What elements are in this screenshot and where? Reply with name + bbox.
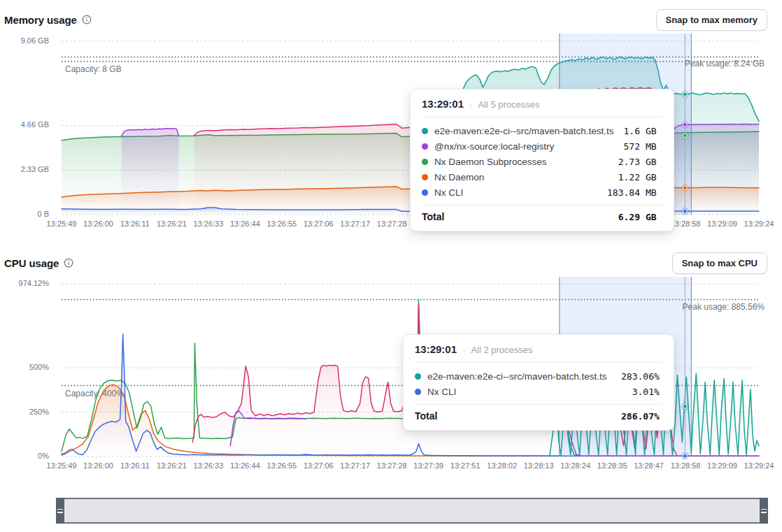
snap-to-max-memory-button[interactable]: Snap to max memory xyxy=(656,9,768,31)
tooltip-row: Nx CLI3.01% xyxy=(415,384,662,399)
y-tick-label: 0% xyxy=(38,452,49,460)
x-tick-label: 13:26:44 xyxy=(230,220,260,228)
x-tick-label: 13:27:17 xyxy=(340,461,370,470)
process-value: 1.6 xyxy=(624,126,640,136)
tooltip-total-label: Total xyxy=(422,211,618,222)
y-tick-label: 500% xyxy=(29,363,49,371)
grip-icon xyxy=(57,509,63,513)
x-tick-label: 13:25:49 xyxy=(47,220,77,228)
tooltip-total-row: Total 6.29 GB xyxy=(422,205,662,222)
process-color-dot xyxy=(422,189,428,196)
x-tick-label: 13:26:00 xyxy=(83,461,113,470)
x-tick-label: 13:27:06 xyxy=(304,220,334,228)
y-tick-label: 974.12% xyxy=(19,279,49,287)
tooltip-total-unit: GB xyxy=(646,212,662,222)
process-color-dot xyxy=(422,174,428,180)
cpu-capacity-label: Capacity: 400% xyxy=(65,389,124,398)
process-color-dot xyxy=(415,373,421,380)
process-value: 283.06 xyxy=(621,371,654,382)
tooltip-separator: · xyxy=(462,345,465,355)
process-name: Nx Daemon Subprocesses xyxy=(434,157,618,167)
tooltip-total-label: Total xyxy=(415,410,621,422)
cpu-peak-label: Peak usage: 885.56% xyxy=(683,302,765,312)
x-tick-label: 13:27:28 xyxy=(377,461,407,470)
cpu-tooltip: 13:29:01 · All 2 processes e2e-maven:e2e… xyxy=(403,334,674,431)
cpu-title: CPU usage xyxy=(4,257,59,269)
process-unit: % xyxy=(654,387,662,397)
process-name: e2e-maven:e2e-ci--src/maven-batch.test.t… xyxy=(434,126,624,136)
x-tick-label: 13:27:39 xyxy=(413,461,443,470)
process-color-dot xyxy=(422,128,428,134)
x-tick-label: 13:29:09 xyxy=(707,461,737,470)
memory-title: Memory usage xyxy=(4,14,77,26)
process-name: Nx Daemon xyxy=(434,172,618,182)
hover-dot xyxy=(683,122,687,127)
x-tick-label: 13:28:35 xyxy=(597,461,627,470)
tooltip-row: @nx/nx-source:local-registry572MB xyxy=(422,138,662,154)
hover-dot xyxy=(683,454,687,458)
info-icon[interactable] xyxy=(64,258,73,268)
x-tick-label: 13:29:09 xyxy=(707,220,737,228)
y-tick-label: 0 B xyxy=(37,210,49,218)
timeline-brush-scrollbar[interactable] xyxy=(56,498,768,524)
memory-tooltip: 13:29:01 · All 5 processes e2e-maven:e2e… xyxy=(410,89,674,231)
info-icon[interactable] xyxy=(82,15,92,24)
snap-to-max-cpu-button[interactable]: Snap to max CPU xyxy=(672,252,767,274)
x-tick-label: 13:26:33 xyxy=(193,220,223,228)
x-tick-label: 13:28:47 xyxy=(634,461,664,470)
memory-peak-label: Peak usage: 8.24 GB xyxy=(685,59,765,69)
x-tick-label: 13:27:17 xyxy=(340,220,370,228)
tooltip-separator: · xyxy=(469,99,472,110)
hover-dot xyxy=(683,186,687,190)
x-tick-label: 13:28:02 xyxy=(487,461,517,470)
process-value: 2.73 xyxy=(618,157,640,167)
memory-capacity-label: Capacity: 8 GB xyxy=(65,64,122,74)
process-unit: GB xyxy=(646,172,662,182)
process-name: @nx/nx-source:local-registry xyxy=(434,141,624,152)
x-tick-label: 13:26:44 xyxy=(230,461,260,470)
memory-y-axis: 9.06 GB4.66 GB2.33 GB0 B xyxy=(0,34,55,215)
hover-dot xyxy=(683,209,687,213)
cpu-section-header: CPU usage Snap to max CPU xyxy=(4,252,767,274)
process-color-dot xyxy=(422,159,428,165)
tooltip-row: e2e-maven:e2e-ci--src/maven-batch.test.t… xyxy=(422,123,662,138)
hover-dot xyxy=(683,404,687,408)
process-value: 1.22 xyxy=(618,172,640,182)
tooltip-total-value: 286.07 xyxy=(621,411,654,422)
process-value: 183.84 xyxy=(607,187,640,198)
y-tick-label: 4.66 GB xyxy=(21,120,49,129)
process-color-dot xyxy=(422,143,428,150)
x-tick-label: 13:29:24 xyxy=(744,461,774,470)
x-tick-label: 13:26:11 xyxy=(120,461,150,470)
tooltip-row: Nx Daemon1.22GB xyxy=(422,169,662,185)
grip-icon xyxy=(761,509,767,513)
tooltip-total-row: Total 286.07 % xyxy=(415,404,662,422)
process-name: e2e-maven:e2e-ci--src/maven-batch.test.t… xyxy=(427,371,621,382)
hover-dot xyxy=(683,92,687,96)
x-tick-label: 13:28:24 xyxy=(560,461,590,470)
x-tick-label: 13:26:33 xyxy=(193,461,223,470)
process-color-dot xyxy=(415,389,421,395)
cpu-x-axis: 13:25:4913:26:0013:26:1113:26:2113:26:33… xyxy=(62,461,759,471)
brush-handle-right[interactable] xyxy=(760,498,768,524)
x-tick-label: 13:27:06 xyxy=(304,461,334,470)
tooltip-subtitle: All 2 processes xyxy=(471,345,532,355)
hover-dot xyxy=(683,134,687,138)
memory-section-header: Memory usage Snap to max memory xyxy=(4,8,767,31)
process-unit: GB xyxy=(646,126,662,136)
x-tick-label: 13:26:21 xyxy=(157,220,187,228)
process-name: Nx CLI xyxy=(427,387,632,397)
process-unit: GB xyxy=(646,157,662,167)
x-tick-label: 13:29:24 xyxy=(744,220,774,228)
brush-handle-left[interactable] xyxy=(56,498,64,524)
cpu-y-axis: 974.12%500%250%0% xyxy=(0,277,55,456)
x-tick-label: 13:26:55 xyxy=(266,461,297,470)
y-tick-label: 2.33 GB xyxy=(21,165,49,173)
x-tick-label: 13:28:58 xyxy=(671,220,701,228)
x-tick-label: 13:26:55 xyxy=(266,220,297,228)
process-unit: MB xyxy=(646,141,662,152)
x-tick-label: 13:26:00 xyxy=(83,220,113,228)
tooltip-time: 13:29:01 xyxy=(422,98,464,110)
tooltip-row: Nx Daemon Subprocesses2.73GB xyxy=(422,154,662,169)
tooltip-subtitle: All 5 processes xyxy=(478,99,539,110)
